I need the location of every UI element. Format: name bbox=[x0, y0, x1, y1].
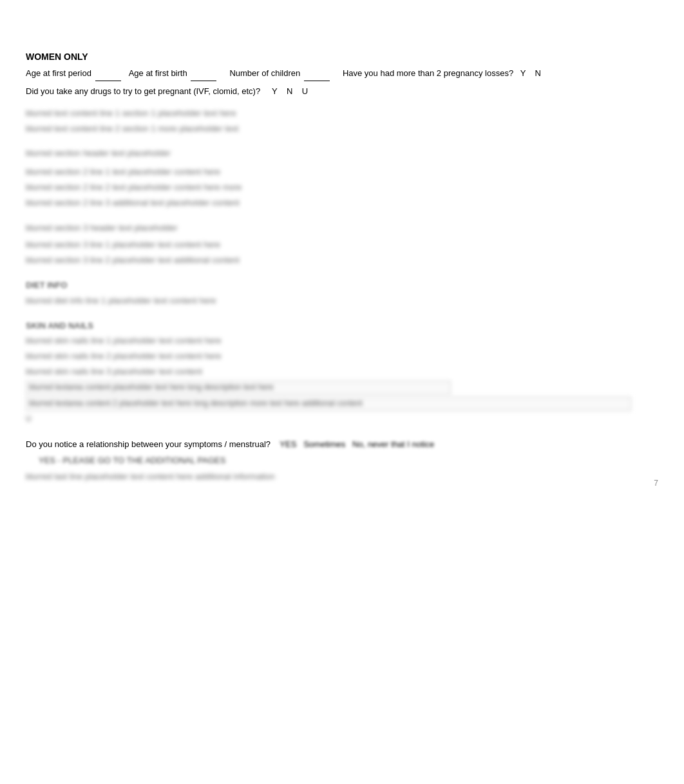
skin-nails-header: SKIN AND NAILS bbox=[26, 320, 658, 333]
blurred-line-3-1: blurred section 3 line 1 placeholder tex… bbox=[26, 238, 658, 252]
blurred-line-1-2: blurred text content line 2 section 1 mo… bbox=[26, 122, 658, 136]
final-last-line: blurred last line placeholder text conte… bbox=[26, 470, 658, 484]
drugs-y: Y bbox=[272, 86, 277, 96]
skin-nails-line-2: blurred skin nails line 2 placeholder te… bbox=[26, 350, 658, 363]
diet-section: DIET INFO blurred diet info line 1 place… bbox=[26, 279, 658, 308]
women-only-line2: Did you take any drugs to try to get pre… bbox=[26, 84, 658, 99]
blurred-section-3: blurred section 3 header text placeholde… bbox=[26, 222, 658, 267]
pregnancy-losses-n: N bbox=[535, 68, 541, 78]
drugs-label: Did you take any drugs to try to get pre… bbox=[26, 86, 260, 96]
blurred-line-3-0: blurred section 3 header text placeholde… bbox=[26, 222, 658, 235]
drugs-u: U bbox=[302, 86, 308, 96]
blurred-line-3-2: blurred section 3 line 2 placeholder tex… bbox=[26, 254, 658, 267]
diet-header: DIET INFO bbox=[26, 279, 658, 292]
blurred-textarea-1: blurred textarea content placeholder tex… bbox=[26, 381, 451, 395]
final-question-label: Do you notice a relationship between you… bbox=[26, 439, 271, 449]
blurred-line-2-1: blurred section 2 line 1 text placeholde… bbox=[26, 166, 658, 179]
blurred-line-2-3: blurred section 2 line 3 additional text… bbox=[26, 196, 658, 210]
women-only-section: WOMEN ONLY Age at first period Age at fi… bbox=[26, 52, 658, 484]
final-question-line: Do you notice a relationship between you… bbox=[26, 437, 658, 452]
blurred-line-1-1: blurred text content line 1 section 1 pl… bbox=[26, 107, 658, 120]
diet-line-1: blurred diet info line 1 placeholder tex… bbox=[26, 294, 658, 308]
blurred-textarea-2: blurred textarea content 2 placeholder t… bbox=[26, 397, 631, 411]
blank-age-birth bbox=[191, 66, 216, 81]
skin-nails-line-1: blurred skin nails line 1 placeholder te… bbox=[26, 334, 658, 348]
age-first-birth-label: Age at first birth bbox=[129, 68, 187, 78]
pregnancy-losses-label: Have you had more than 2 pregnancy losse… bbox=[343, 68, 513, 78]
women-only-line1: Age at first period Age at first birth N… bbox=[26, 66, 658, 81]
pregnancy-losses-y: Y bbox=[520, 68, 526, 78]
blurred-section-2: blurred section header text placeholder … bbox=[26, 147, 658, 209]
skin-nails-extra: U bbox=[26, 413, 658, 425]
blurred-line-2-2: blurred section 2 line 2 text placeholde… bbox=[26, 181, 658, 195]
final-note-text: YES - PLEASE GO TO THE ADDITIONAL PAGES bbox=[39, 455, 225, 465]
blank-num-children bbox=[304, 66, 330, 81]
page-number: 7 bbox=[654, 479, 658, 488]
final-note-line: YES - PLEASE GO TO THE ADDITIONAL PAGES bbox=[39, 454, 658, 468]
women-only-header: WOMEN ONLY bbox=[26, 52, 658, 62]
age-first-period-label: Age at first period bbox=[26, 68, 91, 78]
drugs-n: N bbox=[287, 86, 292, 96]
final-question-section: Do you notice a relationship between you… bbox=[26, 437, 658, 484]
final-yes-label: YES bbox=[280, 439, 296, 449]
blurred-section-1: blurred text content line 1 section 1 pl… bbox=[26, 107, 658, 136]
final-sometimes-label: Sometimes bbox=[303, 439, 345, 449]
num-children-label: Number of children bbox=[229, 68, 300, 78]
skin-nails-section: SKIN AND NAILS blurred skin nails line 1… bbox=[26, 320, 658, 425]
skin-nails-line-3: blurred skin nails line 3 placeholder te… bbox=[26, 365, 658, 379]
blank-age-period bbox=[95, 66, 121, 81]
final-no-label: No, never that I notice bbox=[352, 439, 434, 449]
blurred-line-2-0: blurred section header text placeholder bbox=[26, 147, 658, 160]
